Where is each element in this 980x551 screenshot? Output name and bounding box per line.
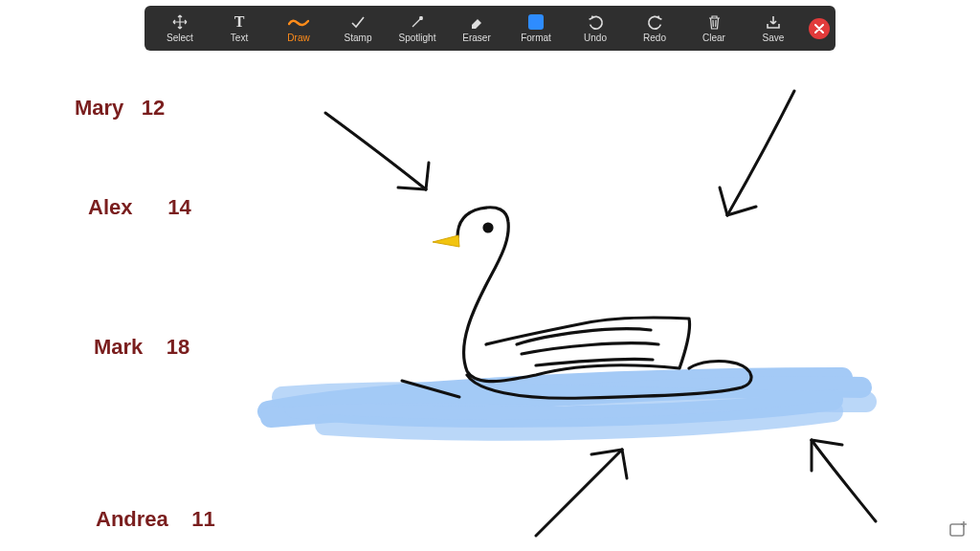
swan-beak [433,235,459,247]
note-value: 18 [167,335,189,359]
svg-rect-1 [950,524,964,536]
text-note[interactable]: Mark 18 [94,335,189,360]
text-note[interactable]: Andrea 11 [96,507,215,532]
note-name: Andrea [96,507,168,531]
arrow-top-left [325,113,429,189]
svg-point-0 [484,224,492,231]
water-strokes [268,378,866,430]
arrow-bottom-right [812,440,876,521]
screenshot-button[interactable] [947,518,969,540]
text-note[interactable]: Mary 12 [75,96,165,121]
note-value: 11 [191,507,214,531]
note-name: Alex [88,195,132,219]
note-name: Mark [94,335,143,359]
arrow-top-right [720,91,794,215]
note-name: Mary [75,96,123,120]
note-value: 12 [142,96,165,120]
text-note[interactable]: Alex 14 [88,195,191,220]
note-value: 14 [167,195,190,219]
arrow-bottom-center [536,450,627,536]
drawing-canvas[interactable] [0,0,980,551]
